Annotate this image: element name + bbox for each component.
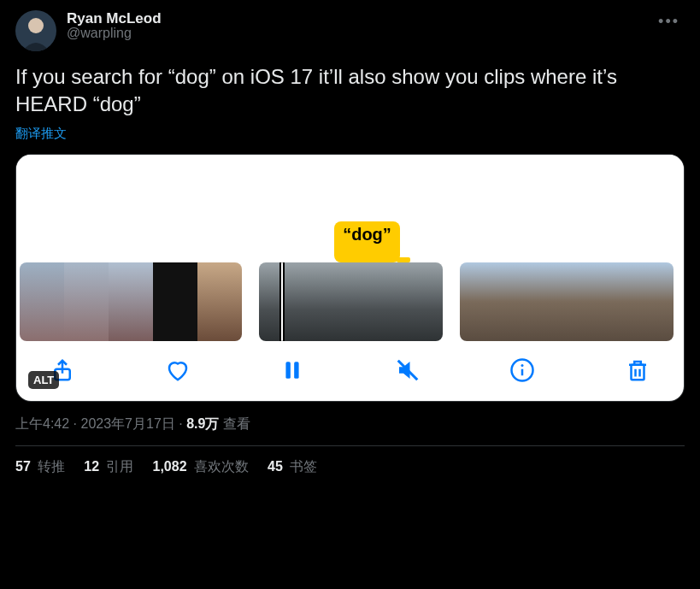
clip-frame — [20, 262, 64, 341]
video-timeline — [16, 262, 684, 341]
media-attachment[interactable]: “dog” — [15, 154, 685, 402]
display-name: Ryan McLeod — [67, 10, 643, 27]
date[interactable]: 2023年7月17日 — [80, 416, 174, 431]
likes-stat[interactable]: 1,082 喜欢次数 — [153, 458, 250, 476]
tweet-stats: 57 转推 12 引用 1,082 喜欢次数 45 书签 — [15, 446, 685, 476]
clip-frame — [567, 262, 603, 341]
bookmarks-stat[interactable]: 45 书签 — [268, 458, 317, 476]
clip-frame — [531, 262, 567, 341]
clip-frame — [109, 262, 153, 341]
tweet-header: Ryan McLeod @warpling ••• — [15, 10, 685, 51]
mute-icon[interactable] — [394, 356, 421, 384]
translate-link[interactable]: 翻译推文 — [15, 126, 67, 142]
clip-group — [460, 262, 674, 341]
svg-rect-4 — [294, 362, 298, 379]
svg-point-1 — [28, 18, 44, 33]
author-block[interactable]: Ryan McLeod @warpling — [67, 10, 643, 41]
clip-frame — [197, 262, 242, 341]
views-count: 8.9万 — [186, 416, 219, 431]
clip-frame — [496, 262, 532, 341]
tweet-meta: 上午4:42 · 2023年7月17日 · 8.9万 查看 — [15, 415, 685, 446]
clip-frame — [603, 262, 638, 341]
time[interactable]: 上午4:42 — [15, 416, 69, 431]
search-term-tooltip: “dog” — [334, 221, 400, 262]
quotes-stat[interactable]: 12 引用 — [84, 458, 133, 476]
clip-group — [20, 262, 242, 341]
handle: @warpling — [67, 26, 643, 41]
svg-rect-3 — [286, 362, 291, 379]
clip-frame — [460, 262, 496, 341]
clip-frame — [64, 262, 109, 341]
trash-icon[interactable] — [624, 356, 651, 384]
svg-rect-9 — [631, 365, 644, 380]
media-toolbar — [16, 341, 684, 392]
alt-badge[interactable]: ALT — [28, 371, 59, 389]
clip-frame — [351, 262, 397, 341]
clip-frame — [305, 262, 351, 341]
ios-photos-screenshot: “dog” — [16, 155, 684, 401]
svg-point-8 — [521, 364, 524, 367]
clip-frame — [638, 262, 674, 341]
info-icon[interactable] — [509, 356, 536, 384]
more-button[interactable]: ••• — [653, 10, 685, 32]
retweets-stat[interactable]: 57 转推 — [15, 458, 65, 476]
clip-frame — [397, 262, 443, 341]
heart-icon[interactable] — [164, 356, 191, 384]
playhead — [279, 262, 285, 341]
timeline-marker — [397, 257, 410, 262]
clip-frame — [153, 262, 197, 341]
pause-icon[interactable] — [279, 356, 306, 384]
tweet: Ryan McLeod @warpling ••• If you search … — [0, 0, 700, 476]
views-label: 查看 — [219, 416, 250, 431]
tweet-text: If you search for “dog” on iOS 17 it’ll … — [15, 63, 685, 119]
avatar[interactable] — [15, 10, 56, 51]
clip-group-active — [259, 262, 443, 341]
